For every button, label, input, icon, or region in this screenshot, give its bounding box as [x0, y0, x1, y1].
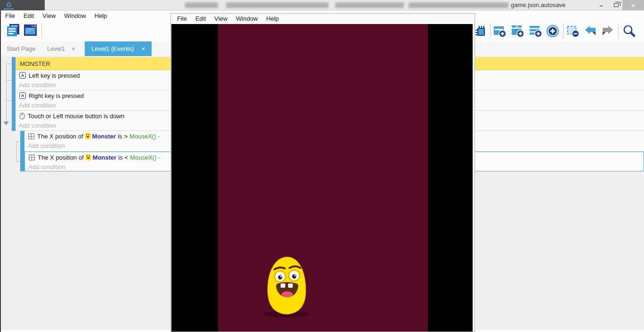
- menu-window[interactable]: Window: [60, 12, 90, 19]
- game-preview-window[interactable]: File Edit View Window Help: [170, 13, 475, 332]
- event-bar: [20, 131, 24, 152]
- condition-text: is: [118, 133, 122, 140]
- debugger-icon[interactable]: [474, 24, 487, 38]
- tab-label: Level1: [47, 45, 65, 52]
- event-bar: [12, 57, 16, 70]
- expression-text[interactable]: MouseX() -: [129, 133, 160, 140]
- search-icon[interactable]: [622, 24, 636, 38]
- events-sheet-icon[interactable]: [6, 23, 21, 38]
- monster-object-icon: [86, 154, 91, 161]
- toolbar-separator: [41, 23, 42, 39]
- tab-label: Start Page: [7, 45, 35, 52]
- add-sub-event-icon[interactable]: [511, 24, 524, 38]
- event-bar: [12, 70, 16, 90]
- redo-icon[interactable]: [601, 24, 614, 38]
- delete-event-icon[interactable]: [566, 24, 580, 38]
- menu-file[interactable]: File: [173, 15, 191, 22]
- x-position-icon: [28, 133, 34, 139]
- redacted-title-text: [335, 2, 404, 8]
- monster-object-icon: [85, 133, 90, 139]
- tab-close-icon[interactable]: ×: [141, 45, 145, 52]
- gdevelop-logo-icon: G: [4, 1, 14, 9]
- game-playfield: [218, 24, 428, 332]
- tab-level1-events[interactable]: Level1 (Events) ×: [85, 41, 152, 56]
- toolbar-separator: [618, 24, 619, 39]
- menu-view[interactable]: View: [38, 12, 60, 19]
- window-left-border: [0, 10, 1, 332]
- condition-text[interactable]: Touch or Left mouse button is down: [28, 113, 124, 120]
- tab-close-icon[interactable]: ×: [72, 45, 75, 52]
- condition-text[interactable]: The X position of: [37, 133, 83, 140]
- menu-edit[interactable]: Edit: [19, 12, 38, 19]
- event-bar: [12, 111, 16, 131]
- condition-text: is: [118, 154, 122, 161]
- condition-text[interactable]: Left key is pressed: [29, 72, 80, 79]
- menu-window[interactable]: Window: [232, 15, 262, 22]
- gdevelop-app: { "window": { "title": "game.json.autosa…: [0, 0, 644, 332]
- keyboard-key-icon: A: [19, 72, 26, 79]
- window-title: game.json.autosave: [511, 1, 565, 8]
- restore-icon: [614, 3, 619, 7]
- tab-start-page[interactable]: Start Page: [1, 41, 41, 56]
- scene-editor-icon[interactable]: [23, 23, 38, 38]
- close-button[interactable]: ×: [622, 0, 644, 10]
- operator-text: <: [125, 154, 129, 161]
- minimize-button[interactable]: –: [592, 0, 610, 10]
- operator-text: >: [124, 133, 128, 140]
- title-bar-dark-block: G: [0, 0, 45, 10]
- restore-button[interactable]: [608, 0, 624, 10]
- event-bar: [12, 90, 16, 111]
- menu-help[interactable]: Help: [90, 12, 112, 19]
- expression-text[interactable]: MouseX() -: [130, 154, 160, 161]
- undo-icon[interactable]: [584, 24, 597, 38]
- add-comment-icon[interactable]: [529, 24, 542, 38]
- redacted-title-text: [185, 2, 218, 8]
- redacted-title-text: [226, 2, 329, 8]
- title-bar[interactable]: G game.json.autosave – ×: [0, 0, 644, 10]
- x-position-icon: [29, 154, 35, 161]
- mouse-icon: [19, 113, 25, 120]
- condition-text[interactable]: Right key is pressed: [29, 92, 84, 99]
- menu-file[interactable]: File: [1, 12, 19, 19]
- preview-menu-bar: File Edit View Window Help: [171, 14, 475, 24]
- add-event-icon[interactable]: [493, 24, 507, 38]
- keyboard-key-icon: A: [19, 92, 26, 99]
- tab-level1[interactable]: Level1 ×: [41, 41, 81, 56]
- condition-text[interactable]: The X position of: [38, 154, 84, 161]
- object-name[interactable]: Monster: [92, 133, 116, 140]
- menu-help[interactable]: Help: [262, 15, 283, 22]
- menu-view[interactable]: View: [210, 15, 232, 22]
- menu-edit[interactable]: Edit: [191, 15, 210, 22]
- event-bar: [20, 152, 24, 171]
- redacted-title-text: [409, 2, 508, 8]
- monster-character: [259, 255, 315, 318]
- game-viewport[interactable]: [171, 24, 473, 332]
- object-name[interactable]: Monster: [93, 154, 117, 161]
- toolbar-separator: [490, 24, 491, 39]
- tab-label: Level1 (Events): [91, 45, 134, 52]
- toolbar-separator: [563, 24, 564, 39]
- add-new-icon[interactable]: [546, 24, 559, 38]
